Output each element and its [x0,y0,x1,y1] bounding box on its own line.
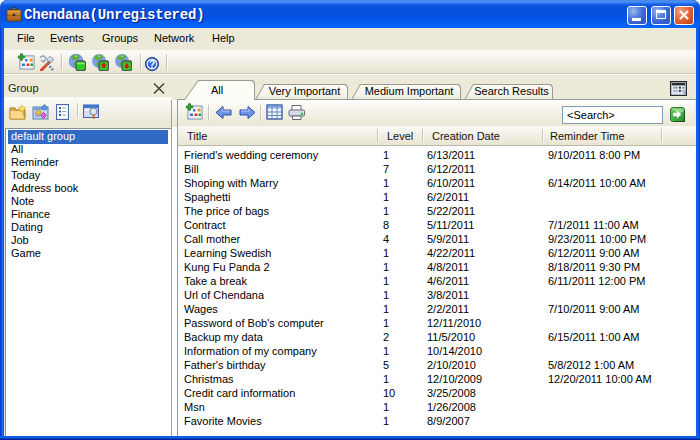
svg-text:?: ? [149,59,155,70]
